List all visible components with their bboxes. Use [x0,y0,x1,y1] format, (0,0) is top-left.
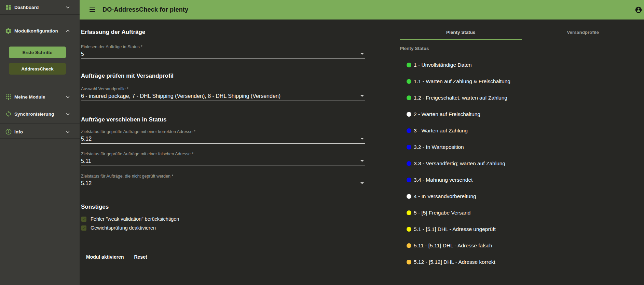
dialpad-icon [5,93,12,101]
status-dot [407,145,411,150]
dropdown-arrow-icon [360,138,364,140]
status-label: 5.11 - [5.11] DHL - Adresse falsch [414,243,492,249]
select-versandprofile[interactable]: Auswahl Versandprofile * 6 - insured pac… [81,87,365,101]
sidebar-item-info[interactable]: Info [0,125,80,139]
sidebar-divider [0,138,80,139]
sidebar-item-label: Synchronisierung [14,112,54,117]
status-item: 5.12 - [5.12] DHL - Adresse korrekt [400,259,644,265]
status-dot [407,161,411,166]
field-label: Zielstatus für geprüfte Aufträge mit ein… [81,152,365,157]
select-zielstatus-korrekt[interactable]: Zielstatus für geprüfte Aufträge mit ein… [81,129,365,144]
status-dot [407,63,411,67]
checkbox-checked-icon [81,217,86,222]
account-circle-icon[interactable] [635,6,642,14]
dropdown-arrow-icon [360,95,364,97]
gear-icon [5,27,12,35]
status-label: 1 - Unvollständige Daten [414,62,472,68]
checkbox-label: Gewichtsprüfung deaktivieren [91,225,156,231]
app-window: Dashboard Modulkonfiguration Erste Schri… [0,0,644,285]
field-value: 5 [81,51,84,57]
field-label: Einlesen der Aufträge in Status * [81,44,365,50]
section-heading-verschieben: Aufträge verschieben in Status [81,116,166,123]
panel-title: Plenty Status [400,46,429,51]
field-value: 5.11 [81,158,91,164]
chevron-down-icon [65,111,71,117]
status-dot [407,79,411,84]
sidebar-item-modulkonfiguration[interactable]: Modulkonfiguration [0,24,80,38]
app-header: DO-AddressCheck for plenty [80,0,644,20]
status-dot [407,95,411,100]
checkbox-weak-validation[interactable]: Fehler "weak validation" berücksichtigen [81,216,179,222]
field-label: Auswahl Versandprofile * [81,87,365,92]
erste-schritte-button[interactable]: Erste Schritte [9,47,66,58]
addresscheck-button[interactable]: AddressCheck [9,63,66,75]
sidebar-divider [0,83,80,83]
status-label: 3.3 - Versandfertig; warten auf Zahlung [414,160,505,167]
sidebar-item-label: Meine Module [14,94,45,100]
status-label: 1.1 - Warten auf Zahlung & Freischaltung [414,78,510,85]
status-label: 2 - Warten auf Freischaltung [414,111,480,117]
chevron-down-icon [65,4,71,11]
status-item: 4 - In Versandvorbereitung [400,193,644,200]
chevron-down-icon [65,129,71,135]
sidebar-item-dashboard[interactable]: Dashboard [0,0,80,14]
sync-icon [5,111,12,118]
checkbox-gewichtspruefung[interactable]: Gewichtsprüfung deaktivieren [81,225,156,231]
sidebar-item-synchronisierung[interactable]: Synchronisierung [0,107,80,121]
form-actions: Modul aktivieren Reset [81,251,152,262]
status-item: 3.3 - Versandfertig; warten auf Zahlung [400,160,644,167]
sidebar-item-meine-module[interactable]: Meine Module [0,90,80,104]
sidebar-item-label: Dashboard [14,5,39,10]
status-label: 5 - [5] Freigabe Versand [414,210,470,216]
tab-plenty-status[interactable]: Plenty Status [400,25,522,40]
field-label: Zielstatus für Aufträge, die nicht geprü… [81,174,365,179]
status-item: 3 - Warten auf Zahlung [400,127,644,134]
status-dot [407,227,411,232]
checkbox-checked-icon [81,225,86,231]
checkbox-label: Fehler "weak validation" berücksichtigen [91,216,179,222]
modul-aktivieren-button[interactable]: Modul aktivieren [81,251,129,262]
status-item: 5.11 - [5.11] DHL - Adresse falsch [400,242,644,249]
status-dot [407,128,411,133]
field-value: 5.12 [81,135,92,142]
sidebar-item-label: Info [14,129,23,134]
section-heading-sonstiges: Sonstiges [81,204,109,210]
main-area: DO-AddressCheck for plenty Erfassung der… [80,0,644,285]
status-list: 1 - Unvollständige Daten 1.1 - Warten au… [400,62,644,275]
status-label: 5.1 - [5.1] DHL - Adresse ungeprüft [414,226,496,232]
status-dot [407,178,411,182]
dropdown-arrow-icon [360,160,364,162]
dropdown-arrow-icon [360,182,364,184]
menu-icon[interactable] [90,8,95,12]
sidebar-divider [0,123,80,124]
field-value: 6 - insured package, 7 - DHL Shipping (V… [81,93,280,99]
right-panel-tabs: Plenty Status Versandprofile [400,25,644,40]
status-label: 3.4 - Mahnung versendet [414,177,472,183]
sidebar-item-label: Modulkonfiguration [14,28,58,34]
status-label: 1.2 - Freigeschaltet, warten auf Zahlung [414,95,507,101]
select-zielstatus-ungeprueft[interactable]: Zielstatus für Aufträge, die nicht geprü… [81,174,365,188]
sidebar-divider [0,105,80,105]
status-dot [407,194,411,199]
status-item: 1.2 - Freigeschaltet, warten auf Zahlung [400,94,644,101]
status-label: 5.12 - [5.12] DHL - Adresse korrekt [414,259,495,265]
tab-versandprofile[interactable]: Versandprofile [522,25,644,40]
status-label: 3.2 - In Warteposition [414,144,464,150]
dropdown-arrow-icon [360,53,364,55]
status-dot [407,260,411,264]
status-item: 1 - Unvollständige Daten [400,62,644,68]
reset-button[interactable]: Reset [129,251,152,262]
dashboard-icon [5,4,12,11]
status-dot [407,243,411,248]
page-title: DO-AddressCheck for plenty [102,6,188,13]
status-item: 3.4 - Mahnung versendet [400,177,644,183]
status-dot [407,112,411,117]
status-dot [407,210,411,215]
chevron-down-icon [65,94,71,100]
info-icon [5,128,12,135]
select-einlesen-status[interactable]: Einlesen der Aufträge in Status * 5 [81,44,365,59]
field-value: 5.12 [81,180,92,186]
status-item: 2 - Warten auf Freischaltung [400,111,644,118]
sidebar-divider [0,14,80,15]
select-zielstatus-falsch[interactable]: Zielstatus für geprüfte Aufträge mit ein… [81,152,365,166]
